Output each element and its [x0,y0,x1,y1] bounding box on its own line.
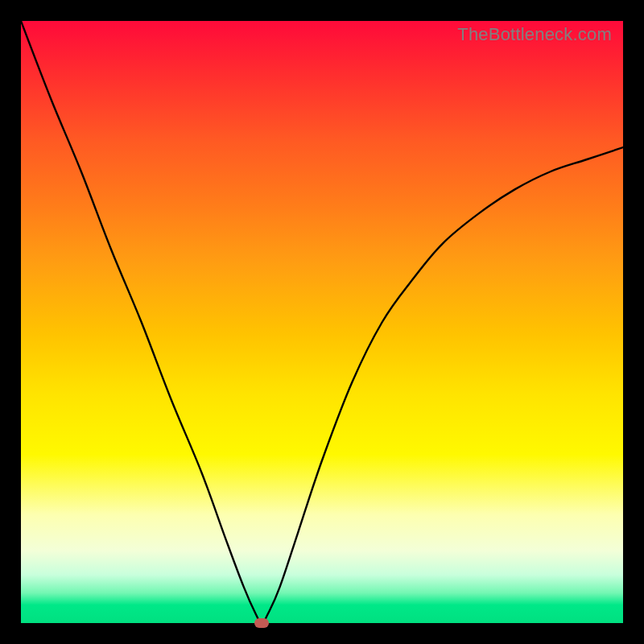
bottleneck-curve [21,21,623,623]
curve-path [21,21,623,623]
chart-frame: TheBottleneck.com [0,0,644,644]
plot-area: TheBottleneck.com [21,21,623,623]
optimal-point-marker [254,618,269,628]
watermark-text: TheBottleneck.com [457,24,612,45]
